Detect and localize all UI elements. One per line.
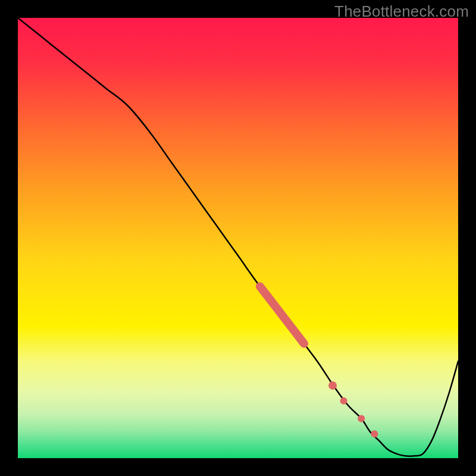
- plot-area: [18, 18, 458, 458]
- watermark-text: TheBottleneck.com: [334, 2, 469, 21]
- background-gradient: [18, 18, 458, 458]
- chart-frame: TheBottleneck.com: [0, 0, 476, 476]
- svg-rect-0: [18, 18, 458, 458]
